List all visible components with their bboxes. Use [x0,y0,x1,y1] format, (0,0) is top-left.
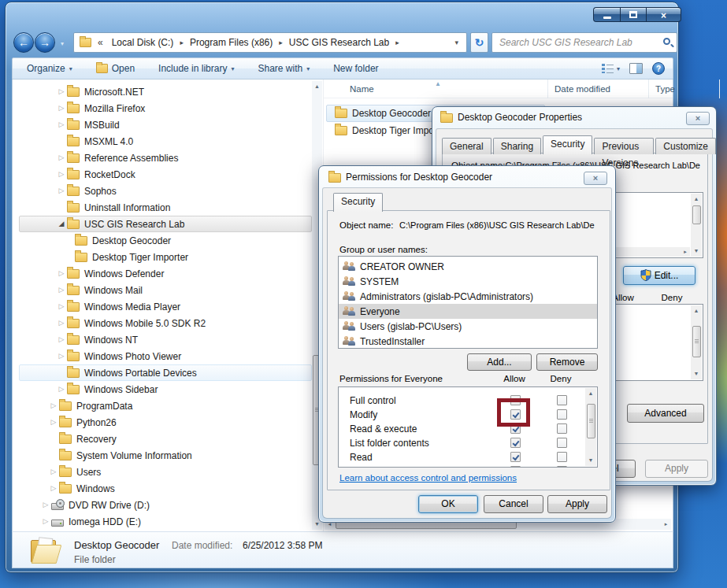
scrollbar-thumb[interactable] [692,326,701,357]
scrollbar-thumb[interactable] [587,404,595,438]
deny-checkbox[interactable] [557,452,567,462]
help-icon[interactable]: ? [652,62,665,75]
tree-item[interactable]: Iomega HDD (E:) [19,513,312,530]
search-input[interactable] [492,33,677,52]
expand-collapsed-icon[interactable] [40,497,51,513]
breadcrumb-segment[interactable]: Program Files (x86) [184,37,278,48]
tree-item[interactable]: System Volume Information [19,447,312,464]
expand-collapsed-icon[interactable] [40,513,51,530]
tree-item[interactable]: ProgramData [19,398,312,414]
forward-button[interactable]: → [35,32,55,53]
toolbar-item-new-folder[interactable]: New folder [327,60,384,77]
breadcrumb-overflow-chevron[interactable]: « [93,37,106,48]
tab-security[interactable]: Security [543,135,592,154]
tree-item[interactable]: MSBuild [19,116,312,133]
expand-collapsed-icon[interactable] [56,83,67,100]
expand-collapsed-icon[interactable] [56,381,67,398]
scroll-down-icon[interactable]: ▼ [585,455,596,466]
properties-permissions-scrollbar[interactable]: ▲ ▼ [691,305,702,379]
deny-checkbox[interactable] [557,466,567,468]
deny-checkbox[interactable] [557,438,567,448]
deny-checkbox[interactable] [557,423,567,434]
scroll-right-icon[interactable]: ▸ [661,519,671,530]
expand-collapsed-icon[interactable] [48,464,59,480]
tree-item[interactable]: MSXML 4.0 [19,133,312,150]
allow-checkbox[interactable] [510,438,521,448]
change-view-button[interactable]: ▾ [602,64,620,73]
tree-item[interactable]: Uninstall Information [19,199,312,216]
tree-item[interactable]: USC GIS Research Lab [19,216,312,232]
toolbar-item-include-in-library[interactable]: Include in library▾ [152,60,240,77]
expand-collapsed-icon[interactable] [56,116,67,133]
tab-security[interactable]: Security [333,193,383,212]
group-user-row[interactable]: Everyone [339,304,597,319]
tree-item[interactable]: Mozilla Firefox [19,100,312,116]
refresh-button[interactable]: ↻ [470,32,488,53]
breadcrumb-segment[interactable]: USC GIS Research Lab [284,37,395,48]
preview-pane-icon[interactable] [629,63,643,74]
back-button[interactable]: ← [13,32,34,53]
expand-collapsed-icon[interactable] [56,100,67,116]
permissions-list-scrollbar[interactable]: ▲ ▼ [585,388,596,466]
expand-collapsed-icon[interactable] [48,414,59,431]
properties-group-list-scrollbar[interactable]: ▲ ▼ [691,194,702,257]
group-user-list[interactable]: CREATOR OWNERSYSTEMAdministrators (gisla… [338,256,598,349]
access-control-link[interactable]: Learn about access control and permissio… [339,473,517,483]
tree-item[interactable]: Users [19,464,312,480]
tree-item[interactable]: Windows Mail [19,282,312,298]
toolbar-item-share-with[interactable]: Share with▾ [251,60,316,77]
group-user-row[interactable]: CREATOR OWNER [339,259,597,274]
deny-checkbox[interactable] [557,409,567,420]
tree-item[interactable]: Desktop Tiger Importer [19,249,312,265]
tab-general[interactable]: General [442,138,491,154]
add-button[interactable]: Add... [467,353,532,371]
tree-item[interactable]: Sophos [19,183,312,199]
expand-collapsed-icon[interactable] [56,298,67,315]
breadcrumb-segment[interactable]: Local Disk (C:) [106,37,180,48]
toolbar-item-open[interactable]: Open [90,60,141,77]
tree-item[interactable]: Windows Portable Devices [19,364,312,381]
expand-collapsed-icon[interactable] [56,315,67,331]
expand-collapsed-icon[interactable] [48,480,59,497]
group-user-row[interactable]: Users (gislab-PC\Users) [339,319,597,334]
address-dropdown-icon[interactable]: ▾ [450,39,463,46]
properties-close-button[interactable]: × [686,112,710,125]
scroll-up-icon[interactable]: ▲ [691,194,702,205]
tree-item[interactable]: Desktop Geocoder [19,232,312,249]
scroll-up-icon[interactable]: ▲ [585,388,596,399]
minimize-button[interactable] [593,7,620,22]
apply-button[interactable]: Apply [547,495,607,513]
group-user-row[interactable]: TrustedInstaller [339,334,597,349]
expand-collapsed-icon[interactable] [56,348,67,364]
scroll-right-icon[interactable]: ▸ [681,247,690,257]
expand-expanded-icon[interactable] [56,216,67,232]
remove-button[interactable]: Remove [536,353,598,371]
cancel-button[interactable]: Cancel [484,495,543,513]
column-header-date-modified[interactable]: Date modified [548,80,649,98]
permissions-list[interactable]: ▲ ▼ Full controlModifyRead & executeList… [338,386,598,468]
ok-button[interactable]: OK [418,495,478,513]
permissions-close-button[interactable]: × [584,172,607,185]
breadcrumb[interactable]: « Local Disk (C:)▸Program Files (x86)▸US… [73,32,467,53]
expand-collapsed-icon[interactable] [56,265,67,282]
allow-checkbox[interactable] [510,466,521,468]
expand-collapsed-icon[interactable] [48,398,59,414]
breadcrumb-separator-icon[interactable]: ▸ [395,39,400,46]
tree-item[interactable]: Reference Assemblies [19,150,312,166]
scrollbar-thumb[interactable] [692,205,701,224]
tree-item[interactable]: RocketDock [19,166,312,183]
tree-item[interactable]: DVD RW Drive (D:) [19,497,312,513]
tree-item[interactable]: Windows [19,480,312,497]
expand-collapsed-icon[interactable] [56,282,67,298]
scroll-down-icon[interactable]: ▼ [691,368,702,379]
tree-item[interactable]: Windows Defender [19,265,312,282]
tree-item[interactable]: Windows Mobile 5.0 SDK R2 [19,315,312,331]
edit-button[interactable]: Edit... [623,266,695,285]
expand-collapsed-icon[interactable] [56,150,67,166]
column-header-type[interactable]: Type [649,80,720,98]
expand-collapsed-icon[interactable] [56,166,67,183]
properties-apply-button[interactable]: Apply [645,460,708,478]
tree-item[interactable]: Recovery [19,431,312,447]
allow-checkbox[interactable] [510,452,521,462]
tree-item[interactable]: Microsoft.NET [19,83,312,100]
